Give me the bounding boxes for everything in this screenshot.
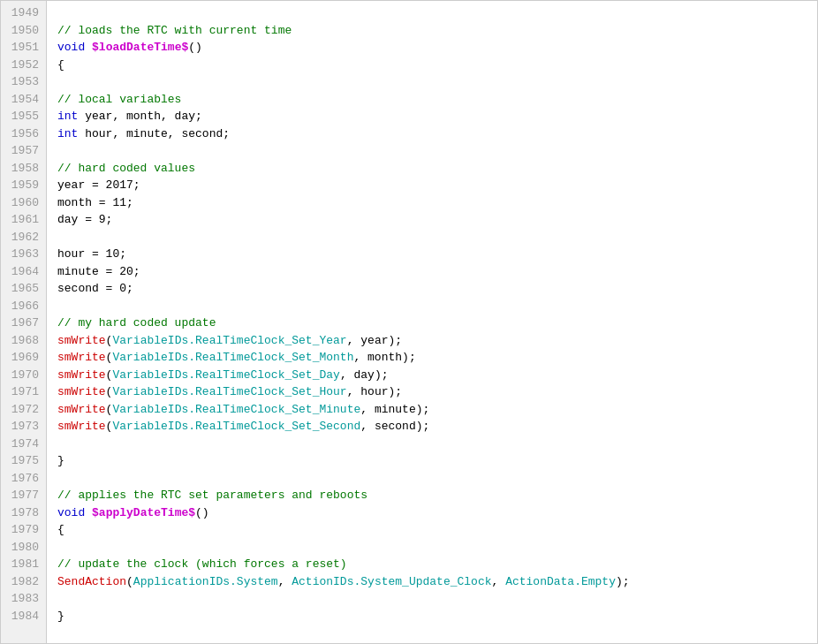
plain-token: ,: [492, 575, 506, 588]
code-line: smWrite(VariableIDs.RealTimeClock_Set_Se…: [57, 418, 817, 436]
plain-token: minute = 20;: [57, 265, 140, 278]
code-line: // update the clock (which forces a rese…: [57, 556, 817, 573]
line-number: 1955: [8, 108, 39, 125]
func-call-token: smWrite: [57, 351, 106, 364]
code-line: [57, 229, 817, 246]
line-number: 1984: [8, 608, 39, 625]
identifier-token: VariableIDs.RealTimeClock_Set_Hour: [112, 385, 346, 398]
line-number: 1983: [8, 590, 39, 608]
line-number: 1956: [8, 125, 39, 143]
line-number: 1979: [8, 521, 39, 539]
comment-token: // applies the RTC set parameters and re…: [57, 489, 367, 502]
func-name-token: $loadDateTime$: [92, 41, 188, 54]
line-number: 1963: [8, 246, 39, 263]
plain-token: [85, 506, 92, 519]
code-line: [57, 4, 817, 22]
plain-token: , hour);: [347, 385, 402, 398]
identifier-token: VariableIDs.RealTimeClock_Set_Month: [112, 351, 353, 364]
code-line: smWrite(VariableIDs.RealTimeClock_Set_Mo…: [57, 349, 817, 367]
identifier-token: ApplicationIDs.System: [133, 575, 278, 588]
comment-token: // update the clock (which forces a rese…: [57, 557, 347, 571]
identifier-token: VariableIDs.RealTimeClock_Set_Minute: [112, 403, 360, 416]
code-line: {: [57, 521, 817, 539]
line-number: 1964: [8, 263, 39, 281]
identifier-token: ActionData.Empty: [505, 575, 616, 588]
code-line: year = 2017;: [57, 177, 817, 194]
code-line: [57, 539, 817, 557]
line-number: 1960: [8, 194, 39, 212]
code-line: smWrite(VariableIDs.RealTimeClock_Set_Ho…: [57, 383, 817, 401]
line-number: 1961: [8, 211, 39, 229]
plain-token: year = 2017;: [57, 178, 140, 192]
code-line: smWrite(VariableIDs.RealTimeClock_Set_Mi…: [57, 401, 817, 419]
line-numbers: 1949195019511952195319541955195619571958…: [1, 1, 47, 643]
plain-token: day = 9;: [57, 213, 112, 226]
keyword-token: void: [57, 506, 85, 519]
code-line: minute = 20;: [57, 263, 817, 281]
plain-token: }: [57, 454, 64, 467]
code-line: }: [57, 452, 817, 470]
code-line: }: [57, 608, 817, 625]
plain-token: , year);: [347, 334, 402, 347]
func-call-token: smWrite: [57, 334, 106, 347]
code-line: {: [57, 57, 817, 74]
line-number: 1952: [8, 57, 39, 74]
code-line: [57, 470, 817, 488]
code-content[interactable]: // loads the RTC with current timevoid $…: [47, 1, 817, 643]
line-number: 1965: [8, 280, 39, 298]
code-editor: 1949195019511952195319541955195619571958…: [0, 0, 818, 644]
line-number: 1969: [8, 349, 39, 367]
comment-token: // local variables: [57, 93, 181, 106]
plain-token: , minute);: [360, 403, 429, 416]
line-number: 1975: [8, 452, 39, 470]
line-number: 1968: [8, 332, 39, 350]
plain-token: }: [57, 610, 64, 623]
line-number: 1981: [8, 556, 39, 573]
identifier-token: VariableIDs.RealTimeClock_Set_Year: [112, 334, 346, 347]
func-name-token: $applyDateTime$: [92, 506, 195, 519]
code-line: hour = 10;: [57, 246, 817, 263]
plain-token: hour, minute, second;: [78, 127, 230, 140]
keyword-token: void: [57, 41, 85, 54]
plain-token: (): [195, 506, 209, 519]
code-line: int year, month, day;: [57, 108, 817, 125]
comment-token: // my hard coded update: [57, 316, 216, 330]
plain-token: {: [57, 523, 64, 536]
line-number: 1962: [8, 229, 39, 246]
line-number: 1966: [8, 298, 39, 315]
line-number: 1972: [8, 401, 39, 419]
line-number: 1976: [8, 470, 39, 488]
line-number: 1954: [8, 91, 39, 109]
code-line: second = 0;: [57, 280, 817, 298]
plain-token: second = 0;: [57, 282, 133, 295]
keyword-token: int: [57, 127, 78, 140]
plain-token: [85, 41, 92, 54]
code-line: [57, 142, 817, 160]
line-number: 1974: [8, 436, 39, 453]
plain-token: ,: [278, 575, 292, 588]
func-call-token: smWrite: [57, 368, 106, 382]
func-call-token: smWrite: [57, 385, 106, 398]
code-line: [57, 73, 817, 91]
code-line: void $applyDateTime$(): [57, 504, 817, 522]
code-line: [57, 436, 817, 453]
line-number: 1967: [8, 314, 39, 332]
line-number: 1971: [8, 383, 39, 401]
code-line: SendAction(ApplicationIDs.System, Action…: [57, 573, 817, 591]
comment-token: // hard coded values: [57, 162, 195, 175]
func-call-token: smWrite: [57, 403, 106, 416]
code-line: month = 11;: [57, 194, 817, 212]
line-number: 1957: [8, 142, 39, 160]
plain-token: hour = 10;: [57, 247, 126, 261]
code-line: [57, 298, 817, 315]
line-number: 1970: [8, 367, 39, 384]
plain-token: );: [616, 575, 630, 588]
identifier-token: VariableIDs.RealTimeClock_Set_Day: [112, 368, 339, 382]
line-number: 1982: [8, 573, 39, 591]
plain-token: , month);: [353, 351, 415, 364]
code-line: // loads the RTC with current time: [57, 22, 817, 40]
code-line: smWrite(VariableIDs.RealTimeClock_Set_Ye…: [57, 332, 817, 350]
code-line: // applies the RTC set parameters and re…: [57, 487, 817, 504]
plain-token: (): [188, 41, 202, 54]
line-number: 1978: [8, 504, 39, 522]
